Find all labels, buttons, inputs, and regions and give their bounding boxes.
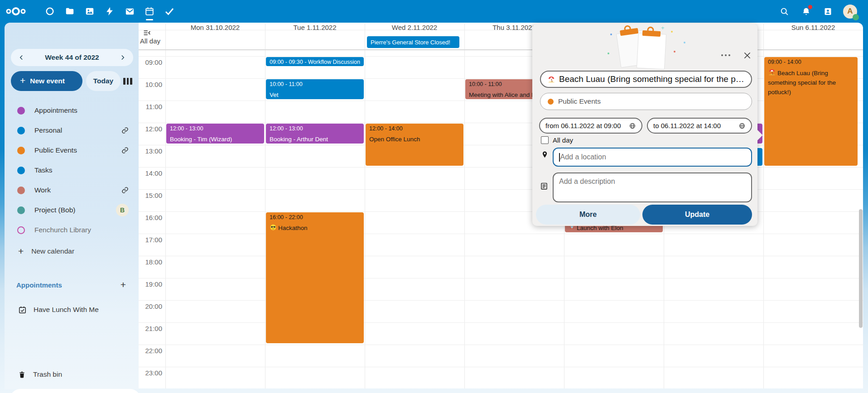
calendar-name: Work [34, 186, 121, 194]
event[interactable]: 09:00 - 09:30 - Workflow Discussion [266, 57, 364, 66]
calendar-select[interactable]: Public Events [540, 93, 752, 110]
photos-app-icon[interactable] [80, 0, 100, 23]
sidebar-calendar-project-bob-[interactable]: Project (Bob)B [9, 201, 135, 219]
calendar-color-dot [548, 99, 554, 105]
calendar-select-value: Public Events [558, 97, 601, 105]
event-label: 09:00 - 09:30 - Workflow Discussion [270, 59, 360, 66]
event-title: Hackathon [270, 223, 360, 233]
day-header: Sun 6.11.2022 [763, 24, 863, 31]
all-day-event[interactable]: Pierre's General Store Closed! [367, 36, 459, 48]
today-button[interactable]: Today [86, 71, 121, 91]
view-mode-icon[interactable] [122, 76, 133, 86]
calendar-color-dot [17, 127, 25, 134]
beach-emoji-icon [547, 75, 555, 83]
event-editor-popup: + Beach Luau (Bring something special fo… [532, 24, 757, 226]
event[interactable]: 12:00 - 14:00Open Office Lunch [366, 124, 463, 166]
start-datetime-field[interactable]: from 06.11.2022 at 09:00 [539, 118, 642, 134]
status-online-icon [853, 14, 859, 20]
nextcloud-logo-icon[interactable] [0, 0, 32, 23]
event-title-field[interactable]: Beach Luau (Bring something special for … [540, 71, 752, 88]
grid-hline [139, 367, 863, 367]
event-title: Vet [270, 90, 360, 99]
location-placeholder: Add a location [560, 153, 606, 161]
timezone-globe-icon[interactable] [629, 122, 636, 129]
event[interactable]: 16:00 - 22:00Hackathon [266, 212, 364, 343]
more-button[interactable]: More [536, 205, 640, 225]
sidebar: Week 44 of 2022 + New event Today Appoin… [5, 23, 139, 389]
grid-hline [139, 234, 863, 234]
location-input[interactable]: Add a location [553, 148, 752, 167]
add-appointment-button[interactable]: + [121, 279, 126, 290]
share-link-icon[interactable] [121, 127, 129, 134]
top-bar-actions [775, 1, 837, 21]
all-day-checkbox[interactable]: All day [541, 136, 573, 144]
event-title: Open Office Lunch [369, 134, 460, 144]
share-link-icon[interactable] [121, 187, 129, 194]
timezone-globe-icon[interactable] [738, 122, 746, 129]
sidebar-calendar-fenchurch-library[interactable]: Fenchurch Library [9, 221, 135, 239]
sidebar-calendar-appointments[interactable]: Appointments [9, 101, 135, 120]
event-time: 16:00 - 22:00 [270, 214, 360, 221]
vertical-scrollbar[interactable] [859, 209, 863, 328]
plus-icon: + [18, 246, 24, 257]
end-datetime-field[interactable]: to 06.11.2022 at 14:00 [647, 118, 752, 134]
tasks-app-icon[interactable] [159, 0, 179, 23]
calendar-name: Tasks [34, 166, 135, 174]
calendar-app-icon[interactable] [140, 0, 159, 23]
next-week-button[interactable] [117, 52, 129, 63]
time-label: 11:00 [139, 103, 162, 110]
event-title: Booking - Arthur Dent [270, 134, 360, 144]
previous-week-button[interactable] [15, 52, 27, 63]
new-calendar-button[interactable]: + New calendar [9, 243, 135, 259]
event-time: 10:00 - 11:00 [270, 81, 360, 88]
calendar-name: Personal [34, 126, 121, 134]
active-app-indicator [146, 19, 153, 20]
mail-app-icon[interactable] [120, 0, 140, 23]
notifications-icon[interactable] [797, 1, 815, 21]
event-time: 09:00 - 14:00 [768, 59, 854, 66]
time-label: 13:00 [139, 147, 162, 155]
calendar-name: Appointments [34, 106, 135, 115]
sidebar-calendar-personal[interactable]: Personal [9, 121, 135, 139]
event[interactable]: 09:00 - 14:00Beach Luau (Bring something… [764, 57, 858, 166]
trash-bin-button[interactable]: Trash bin [9, 366, 135, 383]
text-caret [559, 153, 560, 162]
checkbox-unchecked[interactable] [541, 136, 549, 144]
calendar-ring-icon [17, 226, 25, 234]
search-icon[interactable] [775, 1, 793, 21]
event-time: 12:00 - 13:00 [270, 125, 360, 132]
event[interactable]: 10:00 - 11:00Vet [266, 79, 364, 99]
top-bar: A [0, 0, 868, 23]
day-header: Mon 31.10.2022 [165, 24, 265, 31]
calendar-settings-button[interactable]: Calendar settings [10, 389, 140, 393]
sidebar-calendar-public-events[interactable]: Public Events [9, 141, 135, 159]
calendar-name: Project (Bob) [34, 206, 116, 214]
grid-hline [139, 256, 863, 256]
appointment-item[interactable]: Have Lunch With Me [9, 302, 135, 318]
plus-icon: + [20, 75, 25, 86]
calendar-color-dot [17, 107, 25, 115]
description-input[interactable]: Add a description [553, 173, 752, 202]
week-label: Week 44 of 2022 [45, 53, 99, 62]
activity-app-icon[interactable] [100, 0, 120, 23]
close-icon[interactable] [740, 48, 754, 62]
new-event-button[interactable]: + New event [11, 71, 82, 91]
files-app-icon[interactable] [60, 0, 80, 23]
sidebar-calendar-work[interactable]: Work [9, 181, 135, 199]
share-link-icon[interactable] [121, 147, 129, 154]
popup-more-menu-icon[interactable] [718, 49, 733, 62]
grid-hline [139, 322, 863, 323]
time-label: 16:00 [139, 214, 162, 221]
description-icon [540, 182, 548, 190]
day-header: Tue 1.11.2022 [265, 24, 365, 31]
dashboard-app-icon[interactable] [40, 0, 60, 23]
time-label: 22:00 [139, 347, 162, 355]
location-pin-icon [541, 151, 549, 158]
sidebar-calendar-tasks[interactable]: Tasks [9, 161, 135, 179]
contacts-icon[interactable] [819, 1, 837, 21]
update-button[interactable]: Update [642, 205, 752, 225]
event[interactable]: 12:00 - 13:00Booking - Arthur Dent [266, 124, 364, 144]
avatar[interactable]: A [843, 5, 857, 19]
event-title-value: Beach Luau (Bring something special for … [559, 74, 745, 84]
event[interactable]: 12:00 - 13:00Booking - Tim (Wizard) [166, 124, 264, 144]
